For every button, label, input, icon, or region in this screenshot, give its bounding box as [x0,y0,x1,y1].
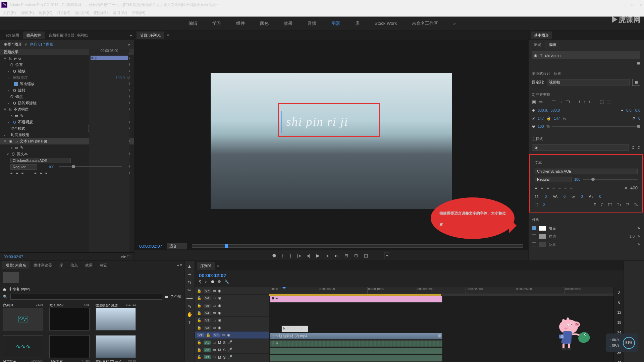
clip-text[interactable]: fx shi pin ri ji [281,325,308,332]
ellipse-mask-icon[interactable]: ○ [10,114,13,118]
clip-graphic[interactable]: ⬣ ≣ [270,296,442,303]
new-layer-icon[interactable]: ▦ [637,61,640,65]
razor-tool-icon[interactable]: ✂ [187,288,192,293]
align-l-icon[interactable]: ⫍ [551,99,556,104]
text-selection-handles[interactable]: shi pin ri ji [281,111,376,133]
extract-icon[interactable]: ⊡ [354,253,358,258]
opacity-value[interactable]: 100 [538,124,544,128]
snap-icon[interactable]: ⚲ [199,280,202,284]
timeline-ruler[interactable]: :00:0000:00:05:0000:00:10:0000:00:15:000… [269,287,613,294]
pos-x[interactable]: 630.8, [538,108,548,112]
maximize-icon[interactable]: □ [631,3,634,7]
export-frame-icon[interactable]: ◫ [364,253,368,258]
eg-tab-browse[interactable]: 浏览 [531,41,545,49]
shadow-checkbox[interactable] [532,242,536,246]
go-in-icon[interactable]: |◂ [297,253,301,258]
project-item[interactable]: 序列0123:03 [3,303,43,332]
ws-assembly[interactable]: 组件 [236,20,245,26]
shadow-swatch[interactable] [539,242,546,247]
tab-library[interactable]: 库 [56,261,66,269]
search-icon[interactable]: 🔍 [3,295,8,299]
align-center-icon[interactable]: ≡ [16,171,18,175]
menu-clip[interactable]: 剪辑(C) [39,10,52,16]
selection-tool-icon[interactable]: ▲ [187,263,192,269]
ws-stock[interactable]: Stock Work [375,21,397,26]
rect-mask-icon[interactable]: ▭ [15,114,18,118]
clip-audio-2[interactable] [270,348,442,354]
video-preview[interactable]: shi pin ri ji [211,73,452,209]
weight-select[interactable]: Regular [10,164,37,170]
tab-audio-mixer[interactable]: 音频剪辑混合器: 序列01 [45,32,91,39]
ws-edit[interactable]: 编辑 [189,20,197,26]
tab-effect-controls[interactable]: 效果控件 [23,32,45,39]
pen-mask-icon[interactable]: ✎ [20,114,23,118]
panel-overflow-icon[interactable]: » ≡ [177,263,182,267]
link-icon[interactable]: ∩ [205,280,208,284]
sync-up-icon[interactable]: ↥ [632,145,635,150]
align-t-icon[interactable]: ⫯ [579,99,581,104]
button-editor-icon[interactable]: + [384,252,390,259]
ws-color[interactable]: 颜色 [260,20,269,26]
eg-tab-edit[interactable]: 编辑 [545,41,559,49]
pen-tool-icon[interactable]: ✎ [187,304,192,309]
close-icon[interactable]: ✕ [640,3,643,7]
sync-down-icon[interactable]: ↧ [637,145,640,150]
align-right-icon[interactable]: ≡ [21,171,23,175]
eyedropper-icon[interactable]: ✎ [637,226,640,231]
layer-eye-icon[interactable]: ◉ [534,53,537,58]
track-select-tool-icon[interactable]: ⇥ [187,272,192,277]
preview-text[interactable]: shi pin ri ji [282,111,376,132]
indent-icon[interactable]: ⇥ [623,185,627,190]
tab-media-browser[interactable]: 媒体浏览器 [30,261,55,269]
sequence-clip[interactable]: 序列 01 * 图形 [30,42,53,47]
effect-timecode[interactable]: 00:00:02:07 [4,255,23,259]
zoom-out-icon[interactable]: ▸▶ ⬚ [121,254,130,259]
in-point-icon[interactable]: { [282,253,283,258]
tab-effects[interactable]: 效果 [82,261,96,269]
ripple-edit-tool-icon[interactable]: ⇆ [187,280,192,285]
tab-scope[interactable]: etri 范围 [2,32,22,39]
eg-weight-select[interactable]: Regular [535,177,572,182]
project-item[interactable]: 粒子.mov4:05 [49,303,90,332]
fill-swatch[interactable] [539,226,546,231]
eye-icon[interactable]: ◉ [9,139,12,143]
uniform-checkbox[interactable] [14,82,18,86]
menu-file[interactable]: 文件(F) [3,10,16,16]
menu-window[interactable]: 窗口(W) [112,10,127,16]
clip-video[interactable]: ⬚ fx 航拍素材 (2).mp4▦ [270,333,442,340]
settings-icon[interactable]: ⚙ [218,280,221,284]
stroke-swatch[interactable] [539,234,546,239]
lift-icon[interactable]: ⊟ [344,253,348,258]
align-rect-icon[interactable]: ▣ [532,99,536,104]
menu-graphics[interactable]: 图形(G) [94,10,108,16]
align-m-icon[interactable]: ↕ [584,99,586,104]
fill-checkbox[interactable] [532,226,536,230]
align-rect2-icon[interactable]: ▭ [539,99,543,104]
step-back-icon[interactable]: ◂| [307,253,310,258]
zoom-select[interactable]: 适合 [167,243,187,249]
master-clip[interactable]: 主要 * 图形 [4,42,22,47]
align-r-icon[interactable]: ⫎ [566,99,570,104]
timeline-tab[interactable]: 序列01 [197,262,215,270]
hand-tool-icon[interactable]: ✋ [187,312,193,317]
go-out-icon[interactable]: ▸| [335,253,338,258]
ws-unnamed[interactable]: 未命名工作区 [412,20,438,26]
bold-icon[interactable]: T [594,202,596,206]
play-icon[interactable]: ▸ [128,42,130,47]
align-left-icon[interactable]: ≡ [10,171,12,175]
program-timecode[interactable]: 00:00:02:07 [139,244,162,249]
marker-add-icon[interactable]: ⬣ [211,280,214,284]
smallcaps-icon[interactable]: Tᴛ [617,202,621,207]
ws-graphics[interactable]: 图形 [331,20,340,26]
font-select[interactable]: ChickenScratch AOE [10,158,71,163]
font-size[interactable]: 100 [39,165,54,169]
allcaps-icon[interactable]: TT [608,202,612,206]
type-tool-icon[interactable]: T [188,320,191,325]
eg-font-size[interactable]: 100 [574,177,580,181]
ws-learn[interactable]: 学习 [212,20,221,26]
filter-icon[interactable]: 🖿 [165,295,168,299]
menu-edit[interactable]: 编辑(E) [20,10,34,16]
project-item[interactable]: 微速摄影: 流逝...9:17:12 [96,303,136,332]
masterstyle-select[interactable]: 无 [532,144,629,151]
stroke-checkbox[interactable] [532,234,536,238]
